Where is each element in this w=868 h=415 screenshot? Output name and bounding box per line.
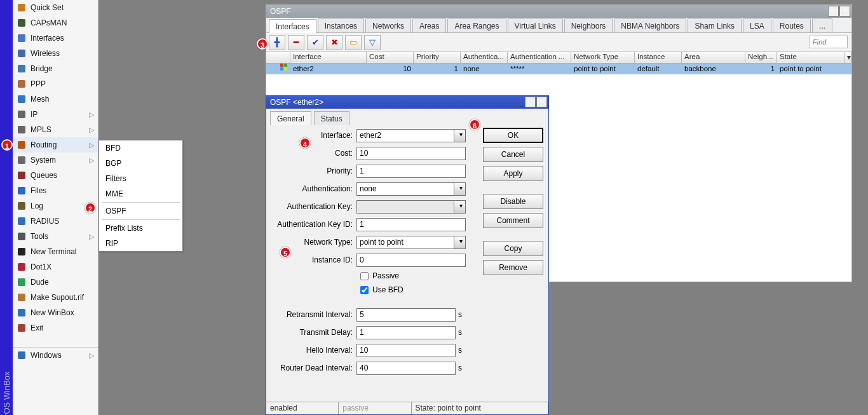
apply-button[interactable]: Apply [483,166,543,181]
column-neigh-[interactable]: Neigh... [745,52,777,63]
sidebar-item-new-winbox[interactable]: New WinBox [13,305,98,320]
passive-checkbox[interactable] [360,272,369,280]
column-authentica-[interactable]: Authentica... [461,52,508,63]
dead-input[interactable]: 40 [356,362,456,375]
instanceid-input[interactable]: 0 [356,254,466,267]
interface-select[interactable]: ether2 [356,129,466,142]
files-icon [17,186,27,196]
sidebar-item-label: MPLS [31,125,51,134]
tab-nbma-neighbors[interactable]: NBMA Neighbors [614,18,686,32]
sidebar-item-queues[interactable]: Queues [13,168,98,183]
add-button[interactable]: ╋ [269,35,285,50]
sidebar-item-mesh[interactable]: Mesh [13,92,98,107]
svg-rect-6 [18,95,25,103]
column-interface[interactable]: Interface [290,52,367,63]
authkey-select[interactable] [356,200,466,214]
tab-instances[interactable]: Instances [318,18,364,32]
copy-button[interactable]: Copy [483,241,543,256]
sidebar-item-interfaces[interactable]: Interfaces [13,31,98,46]
iface-tab-status[interactable]: Status [314,111,349,125]
column-network-type[interactable]: Network Type [571,52,635,63]
tab-networks[interactable]: Networks [365,18,411,32]
comment-button[interactable]: Comment [483,213,543,228]
column-area[interactable]: Area [682,52,745,63]
sidebar-item-dot1x[interactable]: Dot1X [13,259,98,275]
usebfd-checkbox[interactable] [360,286,369,294]
cancel-button[interactable]: Cancel [483,147,543,162]
tab--[interactable]: ... [812,18,832,32]
nettype-select[interactable]: point to point [356,236,466,249]
sidebar-item-tools[interactable]: Tools▷ [13,229,98,244]
column-flags[interactable] [266,52,290,63]
disable-button[interactable]: ✖ [326,35,342,50]
submenu-arrow-icon: ▷ [89,137,94,153]
window-minimize-icon[interactable]: □ [828,6,839,17]
dialog-close-icon[interactable]: ✕ [536,97,547,107]
sidebar-item-new-terminal[interactable]: New Terminal [13,244,98,259]
table-row[interactable]: ether2101none*****point to pointdefaultb… [266,64,851,74]
sidebar-item-label: Windows [31,351,62,360]
sidebar-item-ppp[interactable]: PPP [13,76,98,92]
column-state[interactable]: State [777,52,844,63]
submenu-item-bgp[interactable]: BGP [99,156,182,171]
sidebar-item-ip[interactable]: IP▷ [13,107,98,122]
disable-button[interactable]: Disable [483,194,543,209]
sidebar-item-label: New Terminal [31,247,76,256]
sidebar-item-capsman[interactable]: CAPsMAN [13,15,98,31]
submenu-item-mme[interactable]: MME [99,186,182,201]
tab-sham-links[interactable]: Sham Links [688,18,742,32]
remove-button[interactable]: ━ [288,35,304,50]
iface-dialog-titlebar[interactable]: OSPF <ether2> □ ✕ [266,96,548,109]
dialog-minimize-icon[interactable]: □ [525,97,536,107]
submenu-item-filters[interactable]: Filters [99,171,182,186]
sidebar-item-dude[interactable]: Dude [13,275,98,290]
hello-input[interactable]: 10 [356,344,456,357]
radius-icon [17,216,27,226]
column-authentication-[interactable]: Authentication ... [508,52,571,63]
submenu-item-prefix-lists[interactable]: Prefix Lists [99,221,182,236]
authkeyid-input[interactable]: 1 [356,218,466,231]
sidebar-item-system[interactable]: System▷ [13,153,98,168]
submenu-item-bfd[interactable]: BFD [99,140,182,156]
sidebar-item-routing[interactable]: Routing▷ [13,137,98,153]
txdelay-label: Transmit Delay: [269,328,356,337]
auth-select[interactable]: none [356,182,466,196]
cost-input[interactable]: 10 [356,147,466,160]
tab-interfaces[interactable]: Interfaces [269,19,316,33]
sidebar-item-make-supout-rif[interactable]: Make Supout.rif [13,290,98,305]
enable-button[interactable]: ✔ [307,35,323,50]
column-priority[interactable]: Priority [414,52,461,63]
sidebar-item-radius[interactable]: RADIUS [13,214,98,229]
window-close-icon[interactable]: ✕ [839,6,850,17]
column-instance[interactable]: Instance [635,52,682,63]
filter-button[interactable]: ▽ [364,35,381,50]
column-cost[interactable]: Cost [367,52,414,63]
sidebar-item-wireless[interactable]: Wireless [13,46,98,61]
ok-button[interactable]: OK [483,128,543,143]
svg-rect-5 [18,80,25,88]
comment-button[interactable]: ▭ [345,35,362,50]
tab-routes[interactable]: Routes [773,18,811,32]
submenu-item-rip[interactable]: RIP [99,236,182,251]
remove-button[interactable]: Remove [483,260,543,275]
iface-tab-general[interactable]: General [270,111,311,125]
sidebar-item-bridge[interactable]: Bridge [13,61,98,76]
tab-neighbors[interactable]: Neighbors [564,18,613,32]
tab-areas[interactable]: Areas [412,18,446,32]
sidebar-item-label: PPP [31,79,46,88]
priority-input[interactable]: 1 [356,165,466,178]
submenu-item-ospf[interactable]: OSPF [99,203,182,219]
sidebar-item-windows[interactable]: Windows▷ [13,347,98,362]
tab-area-ranges[interactable]: Area Ranges [447,18,506,32]
sidebar-item-exit[interactable]: Exit [13,320,98,336]
txdelay-input[interactable]: 1 [356,326,456,339]
find-input[interactable] [810,36,848,48]
tab-virtual-links[interactable]: Virtual Links [508,18,563,32]
sidebar-item-mpls[interactable]: MPLS▷ [13,122,98,137]
sidebar-item-files[interactable]: Files [13,183,98,198]
sidebar-item-log[interactable]: Log [13,198,98,214]
sidebar-item-quick-set[interactable]: Quick Set [13,0,98,15]
column-menu-icon[interactable]: ▾ [844,52,851,63]
retrans-input[interactable]: 5 [356,308,456,322]
tab-lsa[interactable]: LSA [743,18,771,32]
